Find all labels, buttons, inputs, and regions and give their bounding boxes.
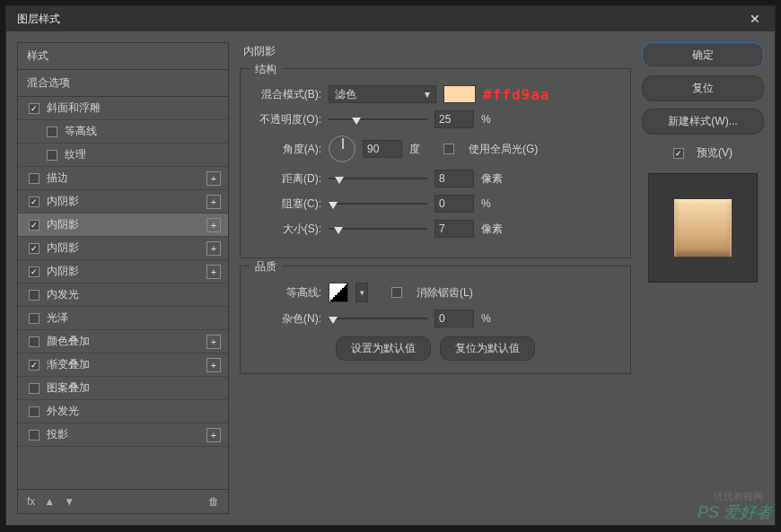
add-effect-button[interactable]: + — [206, 428, 221, 442]
style-item[interactable]: 内阴影+ — [18, 237, 228, 260]
style-checkbox[interactable] — [29, 430, 39, 440]
preview-checkbox[interactable] — [673, 148, 684, 159]
style-item[interactable]: 投影+ — [18, 423, 228, 447]
style-item[interactable]: 描边+ — [18, 167, 228, 190]
noise-input[interactable] — [434, 310, 474, 327]
style-checkbox[interactable] — [29, 266, 39, 277]
add-effect-button[interactable]: + — [206, 195, 221, 209]
chevron-down-icon: ▾ — [425, 88, 430, 100]
style-checkbox[interactable] — [29, 406, 39, 417]
style-label: 斜面和浮雕 — [47, 100, 221, 116]
preview-label: 预览(V) — [697, 145, 733, 161]
style-item[interactable]: 内阴影+ — [18, 214, 228, 237]
size-label: 大小(S): — [251, 222, 321, 237]
style-checkbox[interactable] — [29, 336, 39, 347]
choke-input[interactable] — [434, 195, 474, 213]
style-item[interactable]: 外发光 — [18, 400, 228, 423]
opacity-unit: % — [481, 113, 508, 126]
styles-panel: 样式 混合选项 斜面和浮雕等高线纹理描边+内阴影+内阴影+内阴影+内阴影+内发光… — [17, 42, 229, 514]
add-effect-button[interactable]: + — [206, 335, 221, 349]
distance-unit: 像素 — [481, 171, 508, 187]
style-checkbox[interactable] — [29, 196, 39, 207]
style-checkbox[interactable] — [29, 243, 39, 254]
angle-input[interactable] — [363, 140, 402, 158]
style-item[interactable]: 光泽 — [18, 307, 228, 330]
ok-button[interactable]: 确定 — [642, 42, 764, 68]
noise-slider[interactable] — [329, 310, 427, 327]
cancel-button[interactable]: 复位 — [642, 75, 764, 101]
distance-input[interactable] — [434, 170, 474, 188]
size-slider[interactable] — [329, 220, 427, 238]
color-swatch[interactable] — [443, 85, 476, 103]
down-arrow-icon[interactable]: ▼ — [64, 495, 75, 508]
style-checkbox[interactable] — [29, 313, 39, 324]
preview-swatch — [674, 199, 732, 257]
close-button[interactable]: ✕ — [742, 6, 768, 31]
style-item[interactable]: 等高线 — [18, 120, 228, 144]
angle-dial[interactable] — [329, 135, 355, 162]
global-light-label: 使用全局光(G) — [469, 142, 538, 157]
style-checkbox[interactable] — [47, 150, 57, 161]
distance-slider[interactable] — [329, 170, 427, 188]
style-checkbox[interactable] — [29, 173, 39, 184]
style-checkbox[interactable] — [29, 103, 39, 114]
fx-icon[interactable]: fx — [27, 495, 35, 508]
blend-options-header[interactable]: 混合选项 — [18, 70, 228, 97]
size-input[interactable] — [434, 220, 474, 238]
opacity-input[interactable] — [434, 110, 474, 128]
add-effect-button[interactable]: + — [206, 265, 221, 279]
add-effect-button[interactable]: + — [206, 358, 221, 372]
style-item[interactable]: 斜面和浮雕 — [18, 97, 228, 120]
contour-thumb[interactable] — [329, 283, 348, 302]
preview-box — [648, 173, 758, 283]
style-label: 内阴影 — [47, 194, 206, 209]
layer-style-dialog: 图层样式 ✕ 样式 混合选项 斜面和浮雕等高线纹理描边+内阴影+内阴影+内阴影+… — [5, 5, 776, 526]
style-label: 纹理 — [65, 147, 221, 162]
choke-unit: % — [481, 197, 508, 210]
choke-slider[interactable] — [329, 195, 427, 213]
up-arrow-icon[interactable]: ▲ — [44, 495, 55, 508]
add-effect-button[interactable]: + — [206, 218, 221, 232]
blend-mode-label: 混合模式(B): — [251, 87, 321, 102]
antialias-label: 消除锯齿(L) — [417, 285, 473, 301]
style-label: 内发光 — [47, 287, 221, 302]
add-effect-button[interactable]: + — [206, 171, 221, 186]
style-item[interactable]: 纹理 — [18, 144, 228, 167]
style-label: 描边 — [47, 170, 206, 186]
new-style-button[interactable]: 新建样式(W)... — [642, 109, 764, 135]
style-checkbox[interactable] — [47, 126, 57, 137]
style-checkbox[interactable] — [29, 290, 39, 301]
style-item[interactable]: 图案叠加 — [18, 377, 228, 400]
set-default-button[interactable]: 设置为默认值 — [336, 336, 431, 361]
structure-legend: 结构 — [250, 62, 282, 77]
opacity-slider[interactable] — [329, 110, 427, 128]
style-item[interactable]: 内发光 — [18, 283, 228, 307]
center-panel: 内阴影 结构 混合模式(B): 滤色▾ #ffd9aa 不透明度(O): % — [240, 42, 631, 514]
style-label: 投影 — [47, 427, 206, 442]
reset-default-button[interactable]: 复位为默认值 — [440, 336, 535, 361]
style-label: 内阴影 — [47, 264, 206, 279]
style-checkbox[interactable] — [29, 383, 39, 394]
contour-dropdown[interactable]: ▾ — [355, 283, 368, 302]
right-panel: 确定 复位 新建样式(W)... 预览(V) — [642, 42, 764, 514]
style-label: 内阴影 — [47, 217, 206, 232]
antialias-checkbox[interactable] — [391, 287, 402, 298]
style-item[interactable]: 内阴影+ — [18, 260, 228, 283]
style-checkbox[interactable] — [29, 220, 39, 231]
structure-fieldset: 结构 混合模式(B): 滤色▾ #ffd9aa 不透明度(O): % — [240, 68, 631, 258]
style-item[interactable]: 内阴影+ — [18, 190, 228, 214]
quality-fieldset: 品质 等高线: ▾ 消除锯齿(L) 杂色(N): % 设置为默认值 — [240, 266, 631, 374]
style-list: 斜面和浮雕等高线纹理描边+内阴影+内阴影+内阴影+内阴影+内发光光泽颜色叠加+渐… — [18, 97, 228, 489]
style-label: 图案叠加 — [47, 380, 221, 396]
add-effect-button[interactable]: + — [206, 241, 221, 256]
global-light-checkbox[interactable] — [443, 144, 454, 154]
style-item[interactable]: 渐变叠加+ — [18, 353, 228, 377]
trash-icon[interactable]: 🗑 — [208, 495, 219, 508]
styles-header[interactable]: 样式 — [18, 43, 228, 70]
style-checkbox[interactable] — [29, 360, 39, 371]
blend-mode-select[interactable]: 滤色▾ — [329, 85, 436, 103]
opacity-label: 不透明度(O): — [251, 112, 321, 127]
style-label: 光泽 — [47, 310, 221, 326]
titlebar: 图层样式 ✕ — [6, 6, 775, 31]
style-item[interactable]: 颜色叠加+ — [18, 330, 228, 353]
